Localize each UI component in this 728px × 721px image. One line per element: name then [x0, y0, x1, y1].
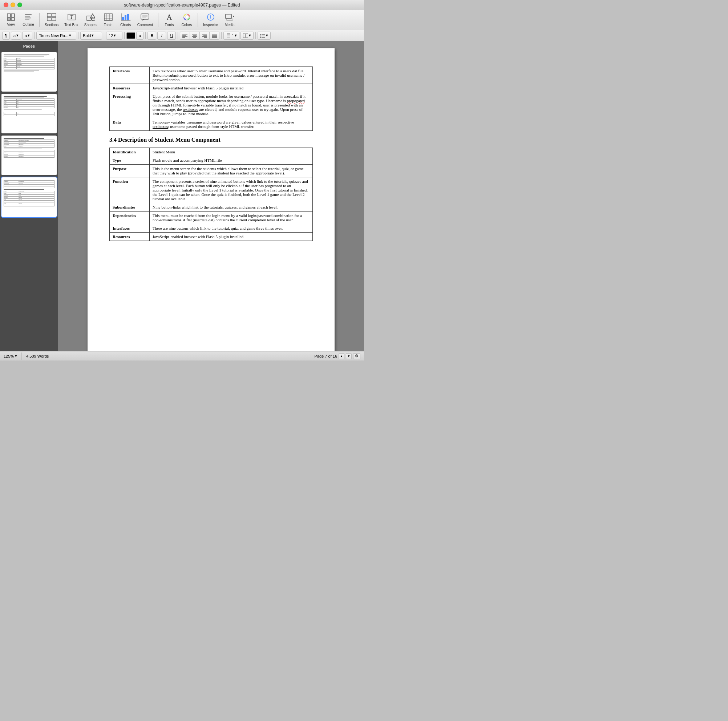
char-style-select[interactable]: a ▾	[22, 32, 32, 40]
comment-icon	[140, 13, 150, 22]
table-row-resources: Resources JavaScript-enabled browser wit…	[110, 84, 313, 92]
settings-button[interactable]: ⚙	[353, 353, 360, 359]
svg-marker-28	[130, 20, 130, 21]
svg-rect-64	[246, 34, 248, 38]
page-thumb-7[interactable]: Interfacestwo textboxes ResourcesJavaScr…	[2, 178, 57, 217]
line-spacing-chevron: ▾	[235, 33, 237, 38]
outline-button[interactable]: Outline	[20, 12, 36, 28]
charts-button[interactable]: Charts	[118, 12, 134, 28]
font-size-value: 12	[109, 34, 113, 38]
textbox-button[interactable]: T Text Box	[62, 12, 80, 28]
processing-content: Upon press of the submit button, module …	[150, 92, 313, 118]
page-thumb-6[interactable]: InterfacesTwo textboxes allow user Resou…	[2, 136, 57, 175]
font-size-select[interactable]: 12 ▾	[106, 32, 122, 40]
document-area[interactable]: Interfaces Two textboxes allow user to e…	[58, 41, 364, 351]
toolbar-divider-2	[158, 13, 158, 27]
resources-label: Resources	[110, 84, 150, 92]
para-style-select[interactable]: a ▾	[11, 32, 21, 40]
table-row-interfaces-2: Interfaces There are nine buttons which …	[110, 224, 313, 233]
fonts-button[interactable]: A Fonts	[161, 12, 177, 28]
columns-select[interactable]: ▾	[240, 32, 254, 40]
svg-rect-24	[125, 15, 126, 20]
shapes-label: Shapes	[84, 23, 96, 27]
paragraph-mark-btn[interactable]: ¶	[2, 32, 10, 40]
page-7: Interfaces Two textboxes allow user to e…	[87, 48, 335, 351]
table-row-identification: Identification Student Menu	[110, 148, 313, 156]
svg-rect-6	[25, 17, 31, 18]
svg-rect-0	[7, 14, 11, 17]
inspector-button[interactable]: i Inspector	[201, 12, 220, 28]
page-thumb-4[interactable]: Identtext here Typemore text Purposedesc…	[2, 52, 57, 92]
purpose-label: Purpose	[110, 165, 150, 178]
page-nav: Page 7 of 16 ▲ ▼ ⚙	[315, 353, 360, 359]
window-title: software-design-specification-example490…	[124, 3, 240, 8]
svg-point-36	[185, 15, 188, 18]
align-right-button[interactable]	[199, 32, 209, 40]
sections-button[interactable]: Sections	[43, 12, 61, 28]
comment-button[interactable]: Comment	[135, 12, 155, 28]
colors-label: Colors	[182, 23, 192, 27]
format-divider-4	[124, 32, 125, 39]
font-weight-chevron: ▾	[92, 33, 94, 38]
page-thumb-5[interactable]: 3.1Component Identtext Typetext Purposet…	[2, 94, 57, 133]
table-row-function: Function The component presents a series…	[110, 178, 313, 203]
svg-point-65	[260, 34, 262, 35]
list-select[interactable]: ▾	[258, 32, 271, 40]
svg-point-67	[260, 35, 262, 36]
zoom-value: 125%	[4, 354, 14, 358]
font-size-chevron: ▾	[114, 33, 116, 38]
table-row-subordinates: Subordinates Nine button-links which lin…	[110, 203, 313, 211]
font-weight-value: Bold	[83, 34, 91, 38]
page-content: Interfaces Two textboxes allow user to e…	[109, 66, 313, 241]
toolbar: View Outline Sections	[0, 10, 364, 30]
svg-text:▾: ▾	[231, 34, 231, 36]
page-down-arrow[interactable]: ▼	[346, 353, 352, 359]
align-left-button[interactable]	[180, 32, 190, 40]
page-up-arrow[interactable]: ▲	[339, 353, 344, 359]
svg-rect-25	[127, 14, 129, 20]
sections-label: Sections	[45, 23, 58, 27]
bold-icon: B	[150, 34, 153, 38]
colors-button[interactable]: Colors	[179, 12, 195, 28]
format-divider-2	[78, 32, 78, 39]
maximize-button[interactable]	[17, 3, 22, 7]
charts-icon	[121, 13, 130, 22]
svg-text:A: A	[167, 13, 172, 21]
align-justify-button[interactable]	[209, 32, 219, 40]
svg-rect-8	[47, 14, 51, 17]
italic-button[interactable]: I	[157, 32, 166, 40]
shapes-button[interactable]: Shapes	[82, 12, 99, 28]
font-color-swatch[interactable]	[126, 32, 135, 39]
minimize-button[interactable]	[11, 3, 15, 7]
font-weight-select[interactable]: Bold ▾	[80, 32, 102, 40]
close-button[interactable]	[4, 3, 8, 7]
dependencies-content: This menu must be reached from the login…	[150, 211, 313, 224]
svg-rect-18	[104, 14, 112, 20]
font-name-select[interactable]: Times New Ro... ▾	[36, 32, 76, 40]
function-label: Function	[110, 178, 150, 203]
identification-content: Student Menu	[150, 148, 313, 156]
resources-2-label: Resources	[110, 233, 150, 241]
underline-button[interactable]: U	[167, 32, 176, 40]
status-divider-1	[21, 352, 22, 360]
line-spacing-select[interactable]: ▾ 1 ▾	[223, 32, 239, 40]
char-style-a-btn[interactable]: a	[136, 32, 144, 40]
sidebar: Pages 4 Identtext here Typemore text Pur…	[0, 41, 58, 351]
page-thumb-content-7: Interfacestwo textboxes ResourcesJavaScr…	[2, 178, 56, 216]
svg-rect-63	[243, 34, 245, 38]
inspector-icon: i	[206, 13, 216, 22]
shapes-icon	[86, 13, 95, 22]
page-4-container: 4 Identtext here Typemore text Purposede…	[2, 52, 57, 92]
view-button[interactable]: View	[3, 12, 19, 28]
main-area: Pages 4 Identtext here Typemore text Pur…	[0, 41, 364, 351]
media-button[interactable]: Media	[222, 12, 238, 28]
table-row-dependencies: Dependencies This menu must be reached f…	[110, 211, 313, 224]
svg-text:i: i	[210, 14, 211, 20]
format-divider-1	[34, 32, 35, 39]
svg-rect-41	[226, 19, 233, 20]
align-center-button[interactable]	[190, 32, 199, 40]
bold-button[interactable]: B	[147, 32, 156, 40]
zoom-control[interactable]: 125% ▾	[4, 354, 17, 358]
table-button[interactable]: Table	[100, 12, 116, 28]
char-style-chevron: ▾	[28, 33, 30, 38]
